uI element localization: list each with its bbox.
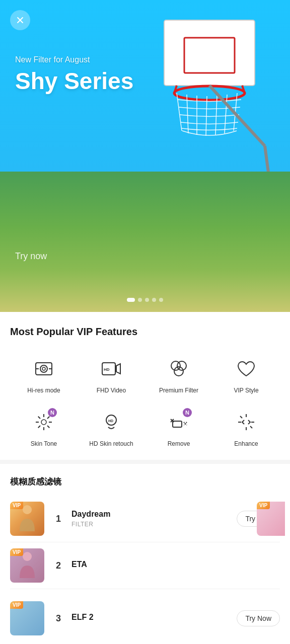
svg-rect-0 <box>164 20 255 86</box>
feature-hi-res[interactable]: Hi-res mode <box>10 350 78 403</box>
svg-line-32 <box>47 416 49 418</box>
enhance-icon-wrap <box>232 408 260 436</box>
pagination-dots <box>127 298 163 302</box>
try-now-button-elf2[interactable]: Try Now <box>237 610 280 626</box>
svg-point-15 <box>40 365 47 372</box>
filter-info-eta: ETA <box>71 560 280 571</box>
dot-3[interactable] <box>145 298 149 302</box>
skin-tone-new-badge: N <box>48 408 57 417</box>
svg-line-31 <box>47 426 49 428</box>
vip-badge-3: VIP <box>10 601 23 609</box>
dot-1[interactable] <box>127 298 135 302</box>
skin-tone-label: Skin Tone <box>31 440 57 448</box>
premium-filter-label: Premium Filter <box>159 387 198 395</box>
filter-type-daydream: FILTER <box>71 521 237 528</box>
svg-point-2 <box>174 86 245 100</box>
svg-line-5 <box>177 93 182 131</box>
feature-enhance[interactable]: Enhance <box>212 403 280 456</box>
enhance-icon <box>236 412 256 432</box>
filter-thumb-elf2: VIP <box>10 601 44 635</box>
hi-res-icon <box>34 359 54 379</box>
dot-5[interactable] <box>159 298 163 302</box>
vip-section-title: Most Popular VIP Features <box>10 326 280 338</box>
filter-section: 模糊质感滤镜 VIP 1 Daydream FILTER Try Now VIP… <box>0 464 290 589</box>
filter-thumb-daydream: VIP <box>10 502 44 536</box>
svg-point-47 <box>23 505 32 514</box>
heart-icon <box>236 359 256 379</box>
feature-vip-style[interactable]: VIP Style <box>212 350 280 403</box>
filter-info-daydream: Daydream FILTER <box>71 510 237 528</box>
svg-point-16 <box>42 367 45 370</box>
filter-item-3-partial: VIP 3 ELF 2 Try Now <box>10 595 280 641</box>
hi-res-icon-wrap <box>30 355 58 383</box>
svg-point-48 <box>23 552 32 561</box>
feature-fhd-video[interactable]: HD FHD Video <box>78 350 145 403</box>
hd-skin-retouch-icon-wrap: HD <box>97 408 125 436</box>
hero-plants-background <box>0 172 290 312</box>
hd-skin-retouch-icon: HD <box>101 412 121 432</box>
premium-filter-icon-wrap <box>165 355 193 383</box>
dot-2[interactable] <box>138 298 142 302</box>
filter-name-elf2: ELF 2 <box>71 613 237 622</box>
enhance-label: Enhance <box>234 440 258 448</box>
feature-hd-skin-retouch[interactable]: HD HD Skin retouch <box>78 403 145 456</box>
vip-style-icon-wrap <box>232 355 260 383</box>
premium-filter-icon <box>169 359 189 379</box>
svg-point-24 <box>174 367 183 376</box>
filter-thumb-right-eta: VIP <box>257 502 285 536</box>
hero-text-block: New Filter for August Shy Series <box>15 55 133 124</box>
dot-4[interactable] <box>152 298 156 302</box>
hero-title: Shy Series <box>15 68 133 94</box>
svg-rect-36 <box>173 421 182 427</box>
filter-item-2: VIP 2 ETA <box>10 542 280 589</box>
svg-line-45 <box>240 416 242 418</box>
svg-point-23 <box>177 361 186 370</box>
feature-skin-tone[interactable]: N Skin Tone <box>10 403 78 456</box>
svg-text:HD: HD <box>104 367 110 372</box>
fhd-video-icon-wrap: HD <box>97 355 125 383</box>
hero-subtitle: New Filter for August <box>15 55 133 64</box>
fhd-video-icon: HD <box>101 359 121 379</box>
svg-marker-20 <box>116 364 120 374</box>
filter-name-eta: ETA <box>71 560 280 569</box>
bottom-cta-area: VIP 3 ELF 2 Try Now Start 7day Free Tria… <box>0 589 290 644</box>
svg-line-46 <box>250 426 252 428</box>
filter-rank-2: 2 <box>52 560 64 571</box>
vip-badge-1: VIP <box>10 502 23 509</box>
filter-item-1: VIP 1 Daydream FILTER Try Now VIP <box>10 496 280 542</box>
filter-name-daydream: Daydream <box>71 510 237 519</box>
fhd-video-label: FHD Video <box>97 387 126 395</box>
filter-info-elf2: ELF 2 <box>71 613 237 624</box>
filter-rank-1: 1 <box>52 514 64 524</box>
vip-badge-right-1: VIP <box>257 502 270 509</box>
remove-new-badge: N <box>183 408 192 417</box>
vip-features-grid: Hi-res mode HD FHD Video Pr <box>10 350 280 456</box>
close-button[interactable] <box>10 10 30 30</box>
hero-try-now-label[interactable]: Try now <box>15 251 47 262</box>
main-content: Most Popular VIP Features Hi-res mode <box>0 312 290 464</box>
feature-premium-filter[interactable]: Premium Filter <box>145 350 212 403</box>
hd-skin-retouch-label: HD Skin retouch <box>89 440 133 448</box>
svg-line-30 <box>38 416 40 418</box>
filter-rank-3: 3 <box>52 613 64 624</box>
remove-icon-wrap: N <box>165 408 193 436</box>
skin-tone-icon-wrap: N <box>30 408 58 436</box>
hi-res-label: Hi-res mode <box>27 387 60 395</box>
remove-label: Remove <box>168 440 190 448</box>
svg-text:HD: HD <box>108 419 113 423</box>
svg-point-25 <box>41 420 46 425</box>
filter-thumb-eta: VIP <box>10 548 44 583</box>
svg-line-33 <box>38 426 40 428</box>
section-divider <box>0 460 290 464</box>
filter-section-title: 模糊质感滤镜 <box>10 476 280 488</box>
vip-style-label: VIP Style <box>234 387 258 395</box>
vip-badge-2: VIP <box>10 548 23 556</box>
feature-remove[interactable]: N Remove <box>145 403 212 456</box>
hero-banner: New Filter for August Shy Series Try now <box>0 0 290 312</box>
